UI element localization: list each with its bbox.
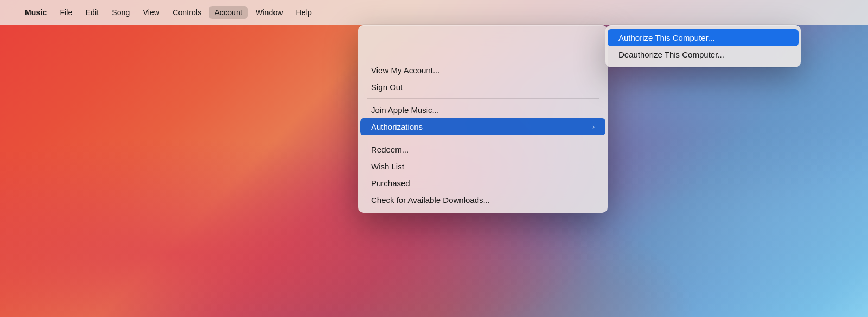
menu-item-purchased[interactable]: Purchased — [360, 175, 605, 192]
menu-item-join-apple-music[interactable]: Join Apple Music... — [360, 102, 605, 118]
menu-item-sign-out[interactable]: Sign Out — [360, 79, 605, 96]
menu-item-view-my-account[interactable]: View My Account... — [360, 62, 605, 79]
authorizations-submenu: Authorize This Computer... Deauthorize T… — [605, 25, 801, 67]
authorizations-label: Authorizations — [371, 122, 423, 131]
menubar-view[interactable]: View — [137, 6, 165, 19]
menubar-account[interactable]: Account — [209, 6, 248, 19]
apple-menu-button[interactable] — [7, 10, 17, 15]
menubar: Music File Edit Song View Controls Accou… — [0, 0, 868, 25]
menu-item-wish-list[interactable]: Wish List — [360, 158, 605, 175]
menubar-window[interactable]: Window — [250, 6, 289, 19]
submenu-item-authorize-computer[interactable]: Authorize This Computer... — [608, 29, 799, 46]
menu-item-check-downloads[interactable]: Check for Available Downloads... — [360, 192, 605, 208]
menubar-file[interactable]: File — [54, 6, 78, 19]
menubar-edit[interactable]: Edit — [80, 6, 105, 19]
menu-separator-2 — [367, 138, 599, 138]
submenu-arrow-icon: › — [592, 123, 595, 131]
menu-item-authorizations[interactable]: Authorizations › — [360, 118, 605, 135]
menu-separator-1 — [367, 98, 599, 99]
submenu-item-deauthorize-computer[interactable]: Deauthorize This Computer... — [608, 46, 799, 63]
menubar-music[interactable]: Music — [20, 6, 52, 19]
menu-item-redeem[interactable]: Redeem... — [360, 141, 605, 158]
menubar-help[interactable]: Help — [291, 6, 317, 19]
menu-header-space — [358, 29, 608, 62]
account-dropdown-menu: View My Account... Sign Out Join Apple M… — [358, 25, 608, 213]
menubar-song[interactable]: Song — [106, 6, 135, 19]
menubar-controls[interactable]: Controls — [167, 6, 207, 19]
